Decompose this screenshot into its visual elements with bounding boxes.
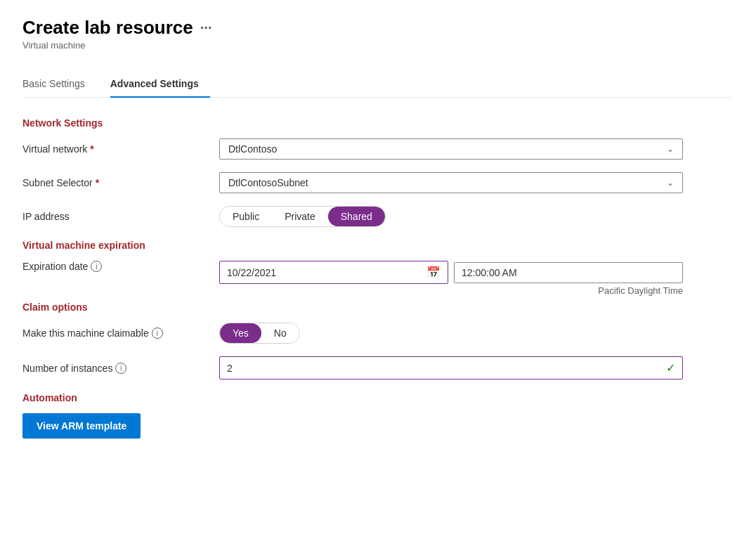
page-header: Create lab resource ··· Virtual machine: [22, 17, 734, 51]
claim-options-label: Claim options: [22, 302, 734, 313]
instances-label: Number of instances i: [22, 363, 219, 374]
expiration-date-row: Expiration date i 10/22/2021 📅 12:00:00 …: [22, 261, 734, 296]
virtual-network-row: Virtual network * DtlContoso ⌄: [22, 138, 734, 160]
chevron-down-icon-subnet: ⌄: [667, 178, 674, 188]
vm-expiration-section: Virtual machine expiration Expiration da…: [22, 240, 734, 296]
automation-label: Automation: [22, 392, 734, 403]
subnet-selector-control: DtlContosoSubnet ⌄: [219, 172, 734, 193]
check-icon: ✓: [666, 361, 675, 375]
ip-public-button[interactable]: Public: [220, 207, 272, 226]
virtual-network-dropdown[interactable]: DtlContoso ⌄: [219, 138, 683, 160]
required-star-subnet: *: [96, 177, 99, 188]
network-settings-section: Network Settings Virtual network * DtlCo…: [22, 117, 734, 227]
tabs-container: Basic Settings Advanced Settings: [22, 70, 734, 98]
automation-section: Automation View ARM template: [22, 392, 734, 439]
date-time-row: 10/22/2021 📅 12:00:00 AM: [219, 261, 683, 284]
ip-address-control: Public Private Shared: [219, 206, 734, 227]
time-input-field[interactable]: 12:00:00 AM: [454, 262, 683, 283]
claimable-info-icon[interactable]: i: [152, 328, 163, 339]
ip-address-toggle-group: Public Private Shared: [219, 206, 386, 227]
instances-row: Number of instances i 2 ✓: [22, 356, 734, 380]
expiration-date-label: Expiration date i: [22, 261, 219, 272]
more-options-icon[interactable]: ···: [200, 20, 212, 36]
expiration-info-icon[interactable]: i: [91, 261, 102, 272]
chevron-down-icon: ⌄: [667, 144, 674, 154]
claimable-yes-button[interactable]: Yes: [220, 323, 261, 343]
date-value: 10/22/2021: [227, 267, 276, 278]
instances-info-icon[interactable]: i: [115, 363, 126, 374]
tab-basic[interactable]: Basic Settings: [22, 71, 96, 98]
virtual-network-label: Virtual network *: [22, 143, 219, 155]
tab-advanced[interactable]: Advanced Settings: [110, 71, 210, 98]
claim-options-section: Claim options Make this machine claimabl…: [22, 302, 734, 380]
subnet-selector-dropdown[interactable]: DtlContosoSubnet ⌄: [219, 172, 683, 193]
instances-control: 2 ✓: [219, 356, 734, 380]
ip-shared-button[interactable]: Shared: [328, 207, 385, 226]
claimable-control: Yes No: [219, 323, 734, 344]
claimable-no-button[interactable]: No: [261, 323, 299, 343]
virtual-network-control: DtlContoso ⌄: [219, 138, 734, 160]
claimable-toggle-group: Yes No: [219, 323, 300, 344]
required-star: *: [90, 143, 93, 155]
instances-input-wrap: 2 ✓: [219, 356, 683, 380]
page-title: Create lab resource: [22, 17, 193, 39]
content-area: Network Settings Virtual network * DtlCo…: [22, 117, 734, 439]
claimable-label: Make this machine claimable i: [22, 328, 219, 339]
virtual-network-value: DtlContoso: [228, 143, 277, 155]
page-subtitle: Virtual machine: [22, 40, 734, 51]
ip-address-label: IP address: [22, 211, 219, 222]
network-settings-label: Network Settings: [22, 117, 734, 129]
calendar-icon: 📅: [426, 266, 441, 279]
ip-address-row: IP address Public Private Shared: [22, 206, 734, 227]
view-arm-template-button[interactable]: View ARM template: [22, 413, 141, 439]
vm-expiration-label: Virtual machine expiration: [22, 240, 734, 251]
expiration-date-control: 10/22/2021 📅 12:00:00 AM Pacific Dayligh…: [219, 261, 734, 296]
ip-private-button[interactable]: Private: [272, 207, 328, 226]
instances-value: 2: [227, 363, 233, 374]
claimable-row: Make this machine claimable i Yes No: [22, 323, 734, 344]
date-input-field[interactable]: 10/22/2021 📅: [219, 261, 448, 284]
subnet-value: DtlContosoSubnet: [228, 177, 308, 188]
timezone-text: Pacific Daylight Time: [219, 285, 683, 296]
subnet-selector-row: Subnet Selector * DtlContosoSubnet ⌄: [22, 172, 734, 193]
subnet-selector-label: Subnet Selector *: [22, 177, 219, 188]
